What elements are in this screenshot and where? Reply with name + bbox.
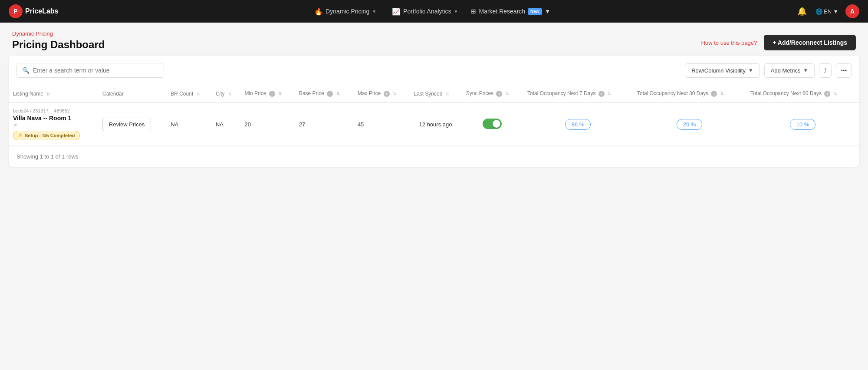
nav-market-research[interactable]: ⊞ Market Research New ▼ <box>467 5 554 17</box>
nav-center: 🔥 Dynamic Pricing ▼ 📈 Portfolio Analytic… <box>76 5 786 18</box>
row-column-visibility-button[interactable]: Row/Column Visibility ▼ <box>685 63 760 78</box>
sort-icon-occ60: ⇅ <box>834 91 837 96</box>
info-icon-occ30[interactable]: i <box>711 91 717 97</box>
warning-icon-0: ⚠ <box>18 132 23 139</box>
col-occ-30[interactable]: Total Occupancy Next 30 Days i ⇅ <box>633 85 746 102</box>
occ-7-badge-0: 86 % <box>565 119 591 130</box>
nav-portfolio-analytics[interactable]: 📈 Portfolio Analytics ▼ <box>386 5 464 18</box>
col-listing-name[interactable]: Listing Name ⇅ <box>9 85 98 102</box>
table-header-row: Listing Name ⇅ Calendar BR Count ⇅ City … <box>9 85 859 102</box>
col-max-price[interactable]: Max Price i ⇅ <box>353 85 409 102</box>
sort-icon-base-price: ⇅ <box>336 91 340 96</box>
cell-occ-30-0: 20 % <box>633 102 746 146</box>
ellipsis-icon: ••• <box>841 67 847 74</box>
col-min-price[interactable]: Min Price i ⇅ <box>240 85 294 102</box>
flame-icon: 🔥 <box>314 7 323 16</box>
search-box: 🔍 <box>16 63 164 78</box>
chevron-down-icon-4: ▼ <box>748 67 753 73</box>
col-base-price[interactable]: Base Price i ⇅ <box>295 85 353 102</box>
header-left: Dynamic Pricing Pricing Dashboard <box>12 30 105 51</box>
cell-sync-prices-0 <box>462 102 523 146</box>
add-reconnect-button[interactable]: + Add/Reconnect Listings <box>764 35 856 50</box>
chevron-down-icon-3: ▼ <box>545 8 551 15</box>
sort-icon-max-price: ⇅ <box>393 91 396 96</box>
page-header: Dynamic Pricing Pricing Dashboard How to… <box>0 23 868 56</box>
listings-table: Listing Name ⇅ Calendar BR Count ⇅ City … <box>9 85 859 146</box>
notification-icon[interactable]: 🔔 <box>796 5 809 18</box>
add-metrics-button[interactable]: Add Metrics ▼ <box>764 63 815 78</box>
col-occ-7[interactable]: Total Occupancy Next 7 Days i ⇅ <box>523 85 633 102</box>
col-last-synced[interactable]: Last Synced ⇅ <box>409 85 461 102</box>
sync-prices-toggle-0[interactable] <box>483 119 502 129</box>
nav-divider <box>791 5 791 18</box>
brand-logo: P <box>9 4 23 18</box>
col-occ-60[interactable]: Total Occupancy Next 60 Days i ⇅ <box>746 85 859 102</box>
col-city[interactable]: City ⇅ <box>211 85 240 102</box>
sort-icon-br: ⇅ <box>197 92 200 96</box>
toolbar: 🔍 Row/Column Visibility ▼ Add Metrics ▼ … <box>9 56 859 85</box>
cell-base-price-0: 27 <box>295 102 353 146</box>
breadcrumb: Dynamic Pricing <box>12 30 105 37</box>
review-prices-button-0[interactable]: Review Prices <box>102 118 151 131</box>
brand-name: PriceLabs <box>25 7 58 15</box>
search-input[interactable] <box>33 67 158 74</box>
occ-60-badge-0: 10 % <box>790 119 816 130</box>
col-calendar[interactable]: Calendar <box>98 85 166 102</box>
showing-text: Showing 1 to 1 of 1 rows <box>16 153 78 160</box>
info-icon-occ60[interactable]: i <box>824 91 830 97</box>
nav-dynamic-pricing[interactable]: 🔥 Dynamic Pricing ▼ <box>308 5 382 18</box>
cell-city-0: NA <box>211 102 240 146</box>
listing-external-link-0[interactable]: ↗ <box>13 122 17 128</box>
info-icon-min-price[interactable]: i <box>269 91 275 97</box>
user-avatar[interactable]: A <box>845 4 859 18</box>
lang-chevron: ▼ <box>833 8 838 15</box>
toolbar-right: Row/Column Visibility ▼ Add Metrics ▼ ⤴ … <box>685 63 852 78</box>
chevron-down-icon-2: ▼ <box>454 9 458 14</box>
navbar: P PriceLabs 🔥 Dynamic Pricing ▼ 📈 Portfo… <box>0 0 868 23</box>
cell-last-synced-0: 12 hours ago <box>409 102 461 146</box>
language-label: EN <box>824 8 832 15</box>
grid-icon: ⊞ <box>471 8 476 15</box>
setup-badge-0[interactable]: ⚠ Setup : 4/5 Completed <box>13 131 80 140</box>
row-column-visibility-label: Row/Column Visibility <box>691 67 746 74</box>
nav-portfolio-analytics-label: Portfolio Analytics <box>403 8 451 15</box>
nav-market-research-label: Market Research <box>479 8 525 15</box>
sort-icon-last-synced: ⇅ <box>446 92 449 96</box>
page-title: Pricing Dashboard <box>12 39 105 51</box>
add-metrics-label: Add Metrics <box>771 67 801 74</box>
sort-icon-min-price: ⇅ <box>278 91 282 96</box>
avatar-letter: A <box>850 8 855 15</box>
cell-br-count-0: NA <box>166 102 211 146</box>
header-right: How to use this page? + Add/Reconnect Li… <box>701 30 856 50</box>
cell-listing-name-0: beds24 / 231317__489852 Villa Nava -- Ro… <box>9 102 98 146</box>
sort-icon-city: ⇅ <box>228 92 231 96</box>
sort-icon-occ30: ⇅ <box>720 91 724 96</box>
cell-occ-60-0: 10 % <box>746 102 859 146</box>
info-icon-base-price[interactable]: i <box>327 91 333 97</box>
col-sync-prices[interactable]: Sync Prices i ⇅ <box>462 85 523 102</box>
col-br-count[interactable]: BR Count ⇅ <box>166 85 211 102</box>
info-icon-sync-prices[interactable]: i <box>496 91 502 97</box>
occ-30-badge-0: 20 % <box>677 119 703 130</box>
how-to-link[interactable]: How to use this page? <box>701 40 757 46</box>
table-row: beds24 / 231317__489852 Villa Nava -- Ro… <box>9 102 859 146</box>
info-icon-occ7[interactable]: i <box>598 91 605 97</box>
cell-min-price-0: 20 <box>240 102 294 146</box>
info-icon-max-price[interactable]: i <box>384 91 390 97</box>
globe-icon: 🌐 <box>815 8 822 15</box>
setup-label-0: Setup : 4/5 Completed <box>25 133 75 138</box>
listing-id-0: beds24 / 231317__489852 <box>13 108 94 113</box>
brand-logo-text: P <box>13 8 17 15</box>
listing-name-0: Villa Nava -- Room 1 <box>13 115 94 122</box>
more-options-button[interactable]: ••• <box>836 63 852 78</box>
language-selector[interactable]: 🌐 EN ▼ <box>815 8 838 15</box>
main-content: 🔍 Row/Column Visibility ▼ Add Metrics ▼ … <box>9 56 859 167</box>
sort-icon-listing: ⇅ <box>46 92 50 96</box>
brand[interactable]: P PriceLabs <box>9 4 58 18</box>
cell-max-price-0: 45 <box>353 102 409 146</box>
chevron-down-icon: ▼ <box>372 9 376 14</box>
sort-icon-occ7: ⇅ <box>608 91 611 96</box>
share-button[interactable]: ⤴ <box>819 63 832 78</box>
nav-right: 🔔 🌐 EN ▼ A <box>796 4 859 18</box>
sort-icon-sync-prices: ⇅ <box>506 91 509 96</box>
